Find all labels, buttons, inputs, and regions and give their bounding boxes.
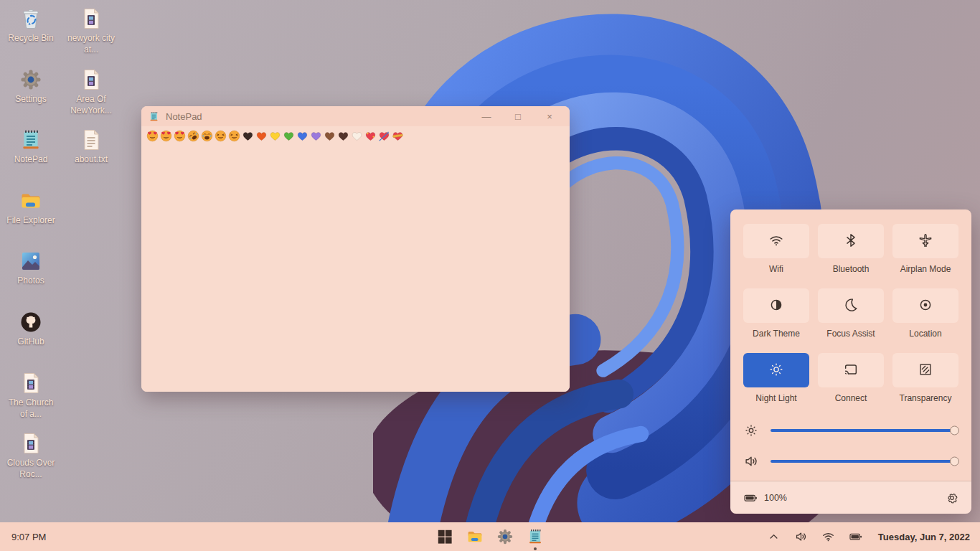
desktop-icon-label: about.txt <box>75 154 108 166</box>
tile-label: Connect <box>835 393 867 403</box>
taskbar-start-button[interactable] <box>435 527 454 546</box>
notepad-icon <box>149 111 159 122</box>
tile-wrap-airplan-mode: Airplan Mode <box>892 224 958 274</box>
desktop-icon-label: File Explorer <box>6 215 55 227</box>
tile-night-light[interactable] <box>743 353 809 387</box>
desktop-icon-label: The Church of a... <box>6 397 56 420</box>
tile-airplan-mode[interactable] <box>892 224 958 258</box>
connect-icon <box>843 362 859 380</box>
focus-assist-icon <box>843 297 859 315</box>
desktop-icon-file-explorer[interactable]: File Explorer <box>6 189 56 227</box>
tile-wifi[interactable] <box>743 224 809 258</box>
tile-dark-theme[interactable] <box>743 288 809 323</box>
tile-label: Night Light <box>755 393 796 403</box>
heart-emoji <box>296 130 308 142</box>
volume-slider-thumb[interactable] <box>950 457 959 466</box>
taskbar-date[interactable]: Tuesday, Jun 7, 2022 <box>878 532 970 542</box>
brightness-slider-row <box>730 423 971 438</box>
brightness-slider[interactable] <box>771 429 954 432</box>
location-icon <box>918 297 933 315</box>
tile-wrap-night-light: Night Light <box>743 353 809 403</box>
heart-emoji <box>337 130 349 142</box>
volume-slider[interactable] <box>771 460 954 463</box>
emoji-text-line <box>146 130 565 142</box>
tile-transparency[interactable] <box>892 353 958 387</box>
taskbar-app-icons <box>435 527 545 546</box>
tray-wifi-icon[interactable] <box>821 530 835 544</box>
desktop-icon-recycle-bin[interactable]: Recycle Bin <box>6 7 56 44</box>
airplane-icon <box>918 232 933 250</box>
desktop-icon-label: Settings <box>15 94 46 105</box>
heart-emoji <box>310 130 322 142</box>
settings-gear-app-icon <box>19 68 42 91</box>
heart-emoji <box>269 130 281 142</box>
taskbar-clock: 9:07 PM <box>11 532 46 542</box>
minimize-button[interactable]: — <box>471 106 502 126</box>
heart-emoji <box>324 130 336 142</box>
heart-sparkle-emoji <box>364 130 377 142</box>
tile-label: Airplan Mode <box>900 264 951 274</box>
txt-file-icon <box>80 128 103 151</box>
notepad-window: NotePad — □ × <box>141 106 570 392</box>
tile-wrap-transparency: Transparency <box>892 353 958 403</box>
tile-wrap-connect: Connect <box>818 353 884 403</box>
tile-connect[interactable] <box>818 353 884 387</box>
desktop-icon-notepad[interactable]: NotePad <box>6 128 56 166</box>
desktop-icon-label: Recycle Bin <box>8 33 53 44</box>
heart-arrow-emoji <box>378 130 390 142</box>
face-joy-emoji <box>201 130 213 142</box>
desktop-icon-area-of-newyork[interactable]: Area Of NewYork... <box>66 68 116 116</box>
tray-battery-icon[interactable] <box>849 530 862 544</box>
heart-emoji <box>242 130 254 142</box>
tile-focus-assist[interactable] <box>818 288 884 323</box>
desktop-icon-label: Photos <box>17 276 44 287</box>
tile-label: Dark Theme <box>753 329 800 339</box>
desktop-icon-the-church-of-a[interactable]: The Church of a... <box>6 372 56 420</box>
quick-settings-grid: WifiBluetoothAirplan ModeDark ThemeFocus… <box>730 209 971 403</box>
desktop-icon-label: Area Of NewYork... <box>66 94 116 116</box>
desktop-icon-settings[interactable]: Settings <box>6 68 56 105</box>
tile-label: Wifi <box>769 264 783 274</box>
taskbar-file-explorer-button[interactable] <box>466 527 484 546</box>
tile-wrap-bluetooth: Bluetooth <box>818 224 884 274</box>
desktop-icon-photos[interactable]: Photos <box>6 250 56 287</box>
bluetooth-icon <box>843 232 859 250</box>
face-heart-eyes-emoji <box>146 130 159 142</box>
notepad-app-icon <box>19 128 42 151</box>
desktop-icon-clouds-over-roc[interactable]: Clouds Over Roc... <box>6 432 56 480</box>
tile-label: Location <box>909 329 941 339</box>
heart-emoji <box>351 130 363 142</box>
taskbar-settings-button[interactable] <box>496 527 514 546</box>
maximize-button[interactable]: □ <box>502 106 534 126</box>
tile-location[interactable] <box>892 288 958 323</box>
heart-emoji <box>283 130 295 142</box>
desktop-icon-github[interactable]: GitHub <box>6 311 56 348</box>
face-heart-eyes-emoji <box>174 130 186 142</box>
taskbar-notepad-button[interactable] <box>526 527 545 546</box>
desktop-icon-newyork-city-at[interactable]: newyork city at... <box>66 7 116 55</box>
notepad-titlebar[interactable]: NotePad — □ × <box>141 106 570 126</box>
volume-slider-row <box>730 453 971 469</box>
notepad-textarea[interactable] <box>141 126 570 392</box>
transparency-icon <box>918 362 933 380</box>
tile-wrap-wifi: Wifi <box>743 224 809 274</box>
desktop-icon-label: Clouds Over Roc... <box>6 458 56 480</box>
tile-wrap-dark-theme: Dark Theme <box>743 288 809 339</box>
brightness-icon <box>743 423 759 438</box>
desktop-icon-about-txt[interactable]: about.txt <box>66 128 116 166</box>
desktop-icon-label: newyork city at... <box>66 33 116 55</box>
tile-label: Transparency <box>900 393 952 403</box>
folder-app-icon <box>19 189 42 212</box>
tile-label: Bluetooth <box>833 264 870 274</box>
close-button[interactable]: × <box>534 106 565 126</box>
tile-bluetooth[interactable] <box>818 224 884 258</box>
brightness-slider-thumb[interactable] <box>950 426 959 435</box>
notepad-icon <box>527 528 544 545</box>
gear-icon[interactable] <box>946 491 958 504</box>
quick-settings-panel: WifiBluetoothAirplan ModeDark ThemeFocus… <box>730 209 971 514</box>
tray-chevron-up-icon[interactable] <box>767 530 781 544</box>
face-heart-eyes-emoji <box>160 130 172 142</box>
tray-volume-icon[interactable] <box>794 530 808 544</box>
face-laugh-emoji <box>228 130 240 142</box>
window-title: NotePad <box>166 111 202 122</box>
